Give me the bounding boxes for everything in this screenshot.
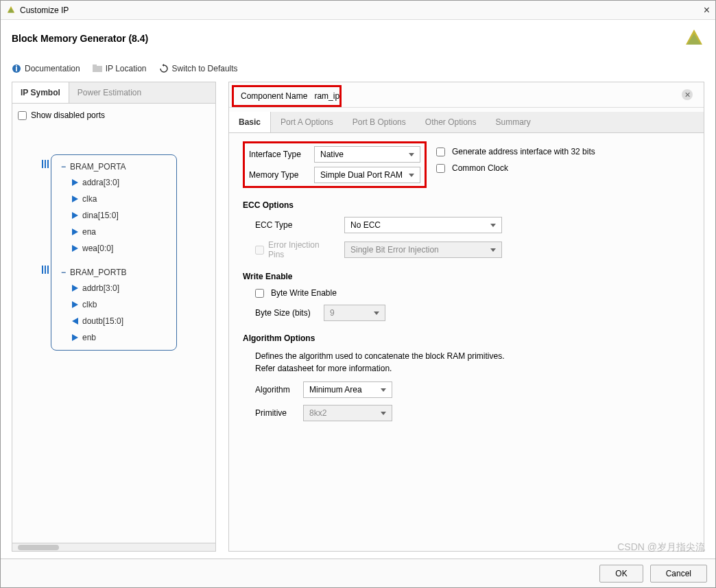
byte-write-enable-checkbox[interactable] (255, 289, 264, 298)
ecc-section: ECC Options ECC Type No ECC Error Inject… (243, 200, 690, 259)
component-name-row: Component Name ram_ip ✕ (229, 82, 704, 108)
svg-rect-6 (93, 66, 102, 72)
cancel-button[interactable]: Cancel (650, 565, 707, 583)
port-group-title: −BRAM_PORTA (57, 159, 171, 174)
tab-body-basic: Interface Type Native Memory Type Simple… (229, 133, 704, 551)
window-title: Customize IP (20, 5, 69, 15)
toolbar-label: Documentation (25, 64, 80, 73)
primitive-select: 8kx2 (303, 405, 392, 421)
show-disabled-row: Show disabled ports (12, 104, 215, 127)
chevron-down-icon (381, 388, 386, 392)
gen-addr32-label: Generate address interface with 32 bits (452, 147, 595, 156)
primitive-label: Primitive (255, 408, 296, 418)
show-disabled-checkbox[interactable] (18, 111, 27, 120)
common-clock-checkbox[interactable] (436, 164, 445, 173)
ip-symbol-area: −BRAM_PORTA addra[3:0] clka dina[15:0] e… (12, 127, 215, 543)
ecc-type-label: ECC Type (255, 220, 337, 230)
component-name-input[interactable]: ram_ip (314, 91, 339, 101)
algorithm-section: Algorithm Options Defines the algorithm … (243, 333, 690, 421)
port-clkb: clkb (57, 296, 171, 313)
common-clock-label: Common Clock (452, 163, 508, 173)
byte-size-label: Byte Size (bits) (255, 308, 317, 318)
chevron-down-icon (381, 412, 386, 415)
svg-text:i: i (15, 64, 17, 73)
port-doutb: doutb[15:0] (57, 313, 171, 329)
refresh-icon (159, 64, 169, 73)
port-clka: clka (57, 191, 171, 207)
chevron-down-icon (409, 174, 414, 177)
byte-size-select: 9 (324, 305, 385, 321)
section-title: Write Enable (243, 272, 690, 281)
write-enable-section: Write Enable Byte Write Enable Byte Size… (243, 272, 690, 321)
port-group-b: −BRAM_PORTB addrb[3:0] clkb doutb[15:0] … (51, 261, 176, 350)
documentation-link[interactable]: i Documentation (12, 64, 80, 73)
algorithm-select[interactable]: Minimum Area (303, 381, 392, 398)
folder-icon (93, 64, 102, 73)
tab-ip-symbol[interactable]: IP Symbol (12, 82, 69, 103)
memory-type-select[interactable]: Simple Dual Port RAM (314, 167, 420, 183)
algorithm-label: Algorithm (255, 385, 296, 395)
memory-type-label: Memory Type (249, 170, 307, 180)
chevron-down-icon (409, 153, 414, 156)
info-icon: i (12, 64, 21, 73)
vendor-logo-icon (684, 28, 704, 49)
component-name-label: Component Name (234, 91, 314, 101)
port-enb: enb (57, 329, 171, 346)
chevron-down-icon (490, 248, 496, 252)
switch-defaults-link[interactable]: Switch to Defaults (159, 64, 238, 73)
chevron-down-icon (490, 224, 496, 227)
tab-portb-options[interactable]: Port B Options (343, 112, 416, 132)
interface-type-label: Interface Type (249, 150, 307, 159)
tab-basic[interactable]: Basic (229, 112, 271, 132)
toolbar-label: Switch to Defaults (172, 64, 238, 73)
tab-porta-options[interactable]: Port A Options (271, 112, 343, 132)
port-ena: ena (57, 224, 171, 240)
port-dina: dina[15:0] (57, 207, 171, 224)
app-logo-icon (6, 5, 16, 15)
err-injection-label: Error Injection Pins (268, 240, 337, 259)
ecc-type-select[interactable]: No ECC (344, 217, 502, 233)
ok-button[interactable]: OK (599, 565, 643, 583)
highlighted-group: Interface Type Native Memory Type Simple… (243, 141, 427, 188)
left-panel: IP Symbol Power Estimation Show disabled… (12, 82, 216, 552)
ip-block: −BRAM_PORTA addra[3:0] clka dina[15:0] e… (51, 154, 177, 351)
port-group-title: −BRAM_PORTB (57, 265, 171, 280)
port-addrb: addrb[3:0] (57, 280, 171, 296)
chevron-down-icon (374, 311, 379, 315)
err-injection-checkbox (255, 246, 264, 255)
tab-summary[interactable]: Summary (486, 112, 540, 132)
interface-type-select[interactable]: Native (314, 146, 420, 163)
ip-location-link[interactable]: IP Location (93, 64, 147, 73)
title-bar: Customize IP × (1, 1, 715, 20)
dialog-footer: OK Cancel (1, 558, 715, 587)
expand-icon[interactable] (42, 265, 50, 274)
port-group-a: −BRAM_PORTA addra[3:0] clka dina[15:0] e… (51, 155, 176, 261)
port-wea: wea[0:0] (57, 240, 171, 257)
main-area: IP Symbol Power Estimation Show disabled… (1, 82, 715, 558)
byte-write-enable-label: Byte Write Enable (271, 288, 337, 298)
tab-power-estimation[interactable]: Power Estimation (69, 82, 150, 103)
main-tabstrip: Basic Port A Options Port B Options Othe… (229, 112, 704, 133)
tab-other-options[interactable]: Other Options (416, 112, 486, 132)
port-addra: addra[3:0] (57, 174, 171, 191)
toolbar-label: IP Location (106, 64, 147, 73)
err-injection-select: Single Bit Error Injection (344, 242, 502, 258)
gen-addr32-checkbox[interactable] (436, 148, 445, 156)
show-disabled-label: Show disabled ports (31, 110, 105, 120)
section-title: Algorithm Options (243, 333, 690, 343)
dialog-header: Block Memory Generator (8.4) (1, 20, 715, 61)
page-title: Block Memory Generator (8.4) (12, 33, 148, 44)
horizontal-scrollbar[interactable] (12, 543, 215, 551)
left-tabstrip: IP Symbol Power Estimation (12, 82, 215, 104)
algo-description: Defines the algorithm used to concatenat… (255, 350, 690, 375)
clear-icon[interactable]: ✕ (682, 89, 693, 100)
expand-icon[interactable] (42, 159, 50, 169)
toolbar: i Documentation IP Location Switch to De… (1, 61, 715, 82)
close-icon[interactable]: × (704, 4, 710, 16)
right-panel: Component Name ram_ip ✕ Basic Port A Opt… (228, 82, 704, 552)
svg-marker-8 (162, 64, 164, 67)
svg-rect-7 (93, 64, 97, 67)
section-title: ECC Options (243, 200, 690, 210)
